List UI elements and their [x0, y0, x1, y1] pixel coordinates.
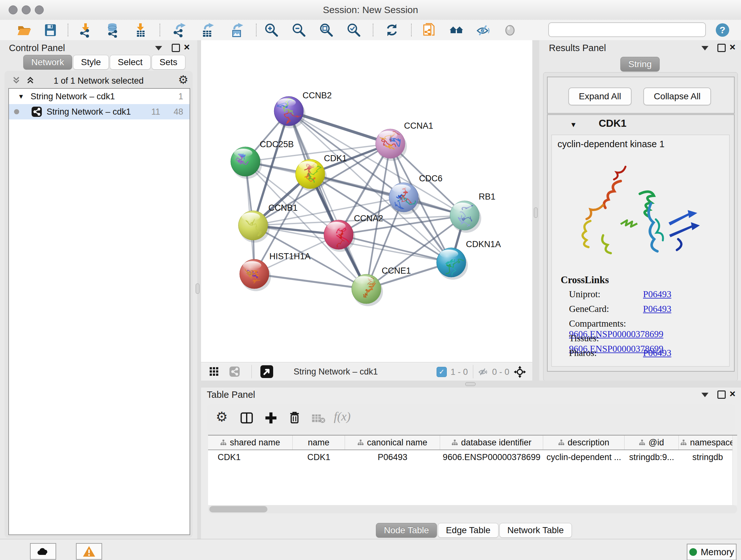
export-image-icon[interactable] [228, 22, 245, 38]
cloud-button[interactable] [30, 543, 56, 560]
tab-sets[interactable]: Sets [151, 55, 185, 70]
right-splitter-handle[interactable] [534, 207, 538, 218]
network-graph[interactable]: CCNB2CCNA1CDC25BCDK1CDC6RB1CCNB1CCNA2CDK… [201, 40, 532, 362]
crosslink-value-link[interactable]: P06493 [643, 289, 671, 299]
horizontal-splitter-handle[interactable] [465, 382, 475, 386]
table-cell[interactable]: stringdb:9... [624, 450, 679, 464]
tab-network-table[interactable]: Network Table [499, 523, 572, 538]
birds-eye-view-icon[interactable] [260, 365, 273, 378]
network-node-HIST1H1A[interactable] [240, 259, 271, 291]
selected-checkbox-icon[interactable]: ✓ [436, 367, 447, 377]
tab-string[interactable]: String [620, 57, 660, 71]
network-row-selected[interactable]: String Network – cdk1 11 48 [9, 104, 190, 119]
export-network-icon[interactable] [171, 22, 188, 38]
network-edge-HIST1H1A-CCNE1[interactable] [254, 274, 366, 289]
column-header-name[interactable]: name [293, 435, 345, 449]
toolbar-separator [68, 23, 68, 37]
network-node-RB1[interactable] [450, 201, 481, 233]
tab-style[interactable]: Style [73, 55, 109, 70]
crosslink-value-link[interactable]: P06493 [643, 348, 671, 358]
panel-float-icon[interactable] [718, 390, 726, 399]
network-node-CDK1[interactable] [295, 159, 327, 191]
gear-icon[interactable]: ⚙ [178, 74, 188, 85]
panel-float-icon[interactable] [718, 44, 726, 52]
memory-button[interactable]: Memory [687, 544, 737, 560]
memory-label: Memory [701, 547, 734, 557]
hidden-eye-slash-icon[interactable] [477, 367, 488, 377]
tab-edge-table[interactable]: Edge Table [438, 523, 498, 538]
table-settings-gear-icon[interactable]: ⚙ [216, 411, 228, 423]
panel-menu-icon[interactable] [701, 393, 709, 397]
table-cell[interactable]: P06493 [345, 450, 440, 464]
network-node-CDKN1A[interactable] [436, 248, 468, 280]
import-network-icon[interactable] [77, 22, 94, 38]
panel-close-icon[interactable]: × [730, 43, 736, 51]
zoom-out-icon[interactable] [290, 22, 307, 38]
delete-column-trash-icon[interactable] [287, 410, 302, 425]
grid-view-icon[interactable] [209, 367, 219, 376]
add-column-icon[interactable] [264, 411, 278, 425]
panel-close-icon[interactable]: × [730, 389, 736, 398]
table-cell[interactable]: stringdb [679, 450, 737, 464]
column-header-description[interactable]: description [543, 435, 624, 449]
network-collection-row[interactable]: ▼ String Network – cdk1 1 [9, 89, 190, 104]
network-node-CDC6[interactable] [389, 183, 420, 214]
import-table-icon[interactable] [132, 22, 149, 38]
refresh-icon[interactable] [384, 22, 400, 38]
tab-node-table[interactable]: Node Table [376, 523, 437, 538]
search-input[interactable] [548, 22, 706, 37]
toolbar-separator [159, 23, 160, 37]
column-header-shared-name[interactable]: shared name [208, 435, 293, 449]
fit-content-crosshair-icon[interactable] [513, 365, 527, 379]
show-hide-eye-icon[interactable] [475, 22, 491, 38]
export-table-icon[interactable] [199, 22, 216, 38]
panel-menu-icon[interactable] [701, 46, 709, 51]
left-splitter-handle[interactable] [196, 284, 199, 294]
warnings-button[interactable] [76, 543, 102, 560]
table-cell[interactable]: CDK1 [208, 450, 293, 464]
node-count: 11 [151, 107, 160, 117]
collapse-all-button[interactable]: Collapse All [643, 87, 711, 105]
column-header-database-identifier[interactable]: database identifier [440, 435, 543, 449]
scrollbar-thumb[interactable] [209, 506, 267, 512]
network-node-CCNA2[interactable] [324, 220, 358, 252]
open-session-icon[interactable] [16, 22, 32, 38]
tab-select[interactable]: Select [110, 55, 151, 70]
table-cell[interactable]: cyclin-dependent ... [543, 450, 624, 464]
network-view-icon[interactable] [229, 366, 240, 377]
network-edge-CCNB2-CCNE1[interactable] [289, 111, 366, 289]
network-canvas[interactable]: CCNB2CCNA1CDC25BCDK1CDC6RB1CCNB1CCNA2CDK… [201, 40, 532, 362]
network-node-CDC25B[interactable] [231, 147, 262, 179]
save-session-icon[interactable] [42, 22, 59, 38]
crosslink-label: Uniprot: [569, 289, 643, 300]
home-icon[interactable] [448, 22, 465, 38]
expand-all-button[interactable]: Expand All [568, 87, 631, 105]
zoom-in-icon[interactable] [263, 22, 280, 38]
panel-close-icon[interactable]: × [184, 43, 190, 51]
column-header-canonical-name[interactable]: canonical name [345, 435, 440, 449]
import-network-from-database-icon[interactable] [105, 22, 121, 38]
tab-network[interactable]: Network [23, 55, 72, 70]
expand-collapse-box: Expand All Collapse All [547, 77, 735, 114]
zoom-selected-icon[interactable] [345, 22, 362, 38]
table-row[interactable]: CDK1CDK1P064939606.ENSP00000378699cyclin… [208, 450, 737, 464]
column-header--id[interactable]: @id [624, 435, 679, 449]
table-vertical-scrollbar[interactable] [732, 435, 737, 505]
table-cell[interactable]: 9606.ENSP00000378699 [440, 450, 543, 464]
section-expander-icon[interactable]: ▼ [570, 121, 577, 129]
panel-float-icon[interactable] [172, 44, 180, 52]
help-icon[interactable]: ? [714, 22, 731, 38]
column-header-namespace[interactable]: namespace [679, 435, 737, 449]
zoom-fit-icon[interactable] [318, 22, 334, 38]
table-cell[interactable]: CDK1 [293, 450, 345, 464]
network-node-CCNA1[interactable] [376, 129, 407, 161]
preview-eye-icon[interactable] [502, 22, 518, 38]
network-collection-label: String Network – cdk1 [30, 91, 115, 102]
expander-icon[interactable]: ▼ [18, 93, 24, 100]
crosslink-value-link[interactable]: P06493 [643, 304, 671, 314]
panel-menu-icon[interactable] [155, 46, 162, 51]
open-stringapp-doc-icon[interactable] [421, 22, 437, 38]
table-horizontal-scrollbar[interactable] [208, 505, 737, 513]
network-node-CCNE1[interactable] [352, 274, 383, 306]
show-columns-icon[interactable] [239, 411, 254, 425]
